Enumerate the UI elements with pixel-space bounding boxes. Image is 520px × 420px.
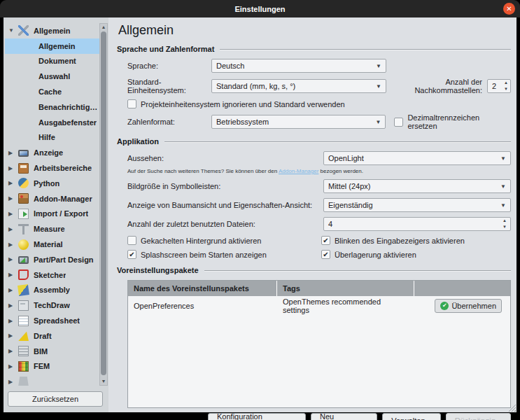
- chevron-right-icon[interactable]: ▶: [8, 195, 18, 202]
- recent-files-stepper[interactable]: 4 ▲▼: [323, 217, 511, 231]
- chevron-right-icon[interactable]: ▶: [8, 241, 18, 248]
- ignore-project-units-checkbox[interactable]: Projekteinheitensystem ignorieren und St…: [127, 99, 345, 108]
- checkbox-icon[interactable]: [127, 250, 136, 259]
- chevron-right-icon[interactable]: ▶: [8, 287, 18, 293]
- sidebar-item-ausgabefenster[interactable]: Ausgabefenster: [5, 115, 100, 130]
- manage-button[interactable]: Verwalten...: [382, 413, 440, 420]
- sidebar-item-cache[interactable]: Cache: [5, 84, 100, 99]
- tiled-background-checkbox[interactable]: Gekachelten Hintergrund aktivieren: [127, 236, 321, 245]
- icon-size-select[interactable]: Mittel (24px) ▼: [323, 179, 511, 193]
- sidebar-group-assembly[interactable]: ▶Assembly: [5, 283, 100, 298]
- title-bar[interactable]: Einstellungen ✕: [0, 0, 520, 18]
- chevron-right-icon[interactable]: ▶: [8, 180, 18, 186]
- chevron-down-icon[interactable]: ▼: [8, 27, 18, 34]
- addon-manager-link[interactable]: Addon-Manager: [279, 168, 318, 174]
- chevron-right-icon[interactable]: ▶: [8, 226, 18, 232]
- chevron-right-icon[interactable]: ▶: [8, 165, 18, 172]
- sidebar-item-label: Python: [34, 179, 59, 188]
- sidebar-group-measure[interactable]: ▶Measure: [5, 221, 100, 237]
- sidebar-group-arbeitsbereiche[interactable]: ▶Arbeitsbereiche: [5, 160, 100, 176]
- sidebar-group-fem[interactable]: ▶FEM: [5, 359, 100, 374]
- scroll-up-icon[interactable]: ▲: [100, 24, 107, 31]
- cursor-blink-checkbox[interactable]: Blinken des Eingabezeigers aktivieren: [321, 236, 511, 245]
- fem-icon: [18, 361, 29, 372]
- chevron-right-icon[interactable]: ▶: [8, 332, 18, 339]
- sidebar-item-allgemein[interactable]: Allgemein: [5, 38, 100, 54]
- apply-preset-button[interactable]: ✔ Übernehmen: [435, 299, 502, 313]
- checkbox-icon[interactable]: [321, 250, 330, 259]
- checkbox-icon[interactable]: [127, 236, 136, 245]
- sidebar-item-hilfe[interactable]: Hilfe: [5, 130, 100, 146]
- sidebar-group-bim[interactable]: ▶BIM: [5, 344, 100, 359]
- chevron-down-icon: ▼: [500, 202, 506, 209]
- tree-mode-label: Anzeige von Baumansicht und Eigenschafte…: [127, 201, 323, 209]
- column-header-name[interactable]: Name des Voreinstellunspakets: [128, 281, 277, 296]
- importexport-icon: [18, 209, 29, 219]
- sidebar-group-import-export[interactable]: ▶Import / Export: [5, 206, 100, 222]
- sidebar-item-label: Allgemein: [38, 42, 76, 50]
- sidebar-item-label: Spreadsheet: [34, 316, 80, 325]
- sidebar-group-allgemein[interactable]: ▼Allgemein: [5, 23, 100, 38]
- spinner-arrows-icon[interactable]: ▲▼: [504, 80, 508, 92]
- checkbox-label: Blinken des Eingabezeigers aktivieren: [335, 237, 465, 245]
- sidebar-group-addon-manager[interactable]: ▶Addon-Manager: [5, 191, 100, 206]
- scrollbar-handle[interactable]: [101, 31, 106, 375]
- sidebar-group-python[interactable]: ▶Python: [5, 176, 100, 191]
- chevron-down-icon: ▼: [376, 83, 381, 90]
- sidebar-item-dokument[interactable]: Dokument: [5, 54, 100, 69]
- decimals-stepper[interactable]: 2 ▲▼: [487, 79, 511, 93]
- unit-system-label: Standard-Einheitensystem:: [127, 78, 211, 94]
- chevron-right-icon[interactable]: ▶: [8, 256, 18, 262]
- checkbox-icon[interactable]: [394, 118, 403, 127]
- chevron-right-icon[interactable]: ▶: [8, 363, 18, 370]
- reset-button[interactable]: Zurücksetzen: [8, 391, 103, 407]
- scroll-down-icon[interactable]: ▼: [100, 378, 107, 385]
- chevron-down-icon: ▼: [376, 63, 381, 69]
- checkbox-icon[interactable]: [127, 99, 136, 108]
- chevron-right-icon[interactable]: ▶: [8, 150, 18, 156]
- bim-icon: [18, 346, 29, 356]
- substitute-decimal-checkbox[interactable]: Dezimaltrennzeichen ersetzen: [394, 113, 511, 130]
- chevron-right-icon[interactable]: ▶: [8, 379, 18, 385]
- table-row[interactable]: OpenPreferences OpenThemes recommended s…: [128, 296, 510, 315]
- sidebar-item-auswahl[interactable]: Auswahl: [5, 69, 100, 84]
- sidebar-scrollbar[interactable]: ▲ ▼: [99, 23, 108, 386]
- close-icon[interactable]: ✕: [503, 3, 515, 15]
- tree-mode-select[interactable]: Eigenständig ▼: [323, 198, 511, 212]
- sidebar-group-part-part-design[interactable]: ▶Part/Part Design: [5, 252, 100, 267]
- chevron-right-icon[interactable]: ▶: [8, 302, 18, 309]
- theme-select[interactable]: OpenLight ▼: [323, 151, 511, 165]
- splashscreen-checkbox[interactable]: Splashscreen beim Starten anzeigen: [127, 250, 321, 259]
- decimals-label: Anzahl der Nachkommastellen:: [386, 78, 487, 94]
- overlay-checkbox[interactable]: Überlagerung aktivieren: [321, 250, 511, 259]
- sidebar-group-anzeige[interactable]: ▶Anzeige: [5, 145, 100, 160]
- unit-system-select[interactable]: Standard (mm, kg, s, °) ▼: [211, 79, 386, 93]
- column-header-actions[interactable]: [414, 281, 510, 296]
- sidebar-group-material[interactable]: ▶Material: [5, 237, 100, 252]
- language-select[interactable]: Deutsch ▼: [211, 59, 386, 73]
- sidebar-group-draft[interactable]: ▶Draft: [5, 328, 100, 344]
- import-config-button[interactable]: Konfiguration importieren...: [208, 413, 306, 420]
- checkbox-label: Gekachelten Hintergrund aktivieren: [141, 237, 261, 245]
- chevron-right-icon[interactable]: ▶: [8, 272, 18, 278]
- apply-preset-label: Übernehmen: [451, 302, 496, 310]
- sidebar-group-techdraw[interactable]: ▶TechDraw: [5, 298, 100, 313]
- number-format-select[interactable]: Betriebssystem ▼: [211, 115, 386, 129]
- chevron-right-icon[interactable]: ▶: [8, 211, 18, 217]
- sidebar-item-label: Ausgabefenster: [38, 118, 97, 127]
- sidebar-item-label: FEM: [34, 362, 50, 370]
- sidebar-group-spreadsheet[interactable]: ▶Spreadsheet: [5, 313, 100, 328]
- sidebar-group-sketcher[interactable]: ▶Sketcher: [5, 267, 100, 283]
- chevron-right-icon[interactable]: ▶: [8, 348, 18, 354]
- checkbox-icon[interactable]: [321, 236, 330, 245]
- number-format-label: Zahlenformat:: [127, 118, 211, 126]
- sidebar-item-benachrichtigungs[interactable]: Benachrichtigungs...: [5, 99, 100, 115]
- column-header-tags[interactable]: Tags: [277, 281, 414, 296]
- save-new-button[interactable]: Neu speichern...: [311, 413, 377, 420]
- decimals-value: 2: [492, 82, 504, 90]
- preset-action-cell: ✔ Übernehmen: [414, 299, 510, 313]
- chevron-right-icon[interactable]: ▶: [8, 318, 18, 324]
- sidebar-group-item[interactable]: ▶: [5, 374, 100, 386]
- recent-files-label: Anzahl der zuletzt benutzten Dateien:: [127, 220, 323, 228]
- spinner-arrows-icon[interactable]: ▲▼: [503, 218, 507, 230]
